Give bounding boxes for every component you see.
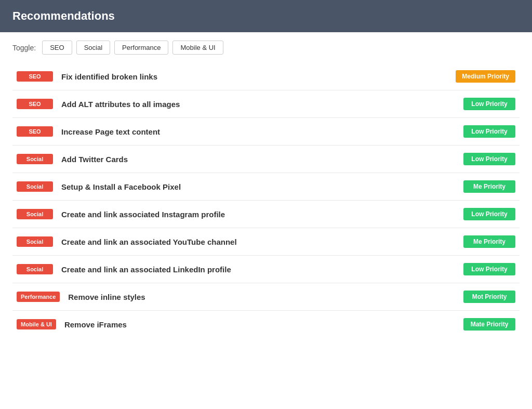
rec-row: SEOAdd ALT attributes to all imagesLow P…: [12, 90, 520, 118]
rec-title: Create and link associated Instagram pro…: [61, 210, 463, 219]
rec-title: Add ALT attributes to all images: [61, 100, 463, 109]
rec-row: SocialCreate and link associated Instagr…: [12, 201, 520, 228]
priority-badge: Me Priority: [463, 180, 515, 193]
priority-badge: Low Priority: [463, 125, 515, 138]
rec-row: SocialSetup & Install a Facebook PixelMe…: [12, 173, 520, 201]
toggle-label: Toggle:: [12, 44, 36, 52]
tag-social: Social: [17, 236, 53, 247]
rec-title: Increase Page text content: [61, 127, 463, 136]
tag-seo: SEO: [17, 126, 53, 137]
main-content: Toggle: SEOSocialPerformanceMobile & UI …: [0, 32, 532, 409]
rec-row: PerformanceRemove inline stylesMot Prior…: [12, 283, 520, 311]
tag-performance: Performance: [17, 292, 60, 302]
priority-badge: Low Priority: [463, 98, 515, 110]
priority-badge: Low Priority: [463, 208, 515, 220]
priority-badge: Mate Priority: [463, 318, 515, 331]
priority-badge: Medium Priority: [456, 70, 515, 83]
rec-title: Setup & Install a Facebook Pixel: [61, 182, 463, 191]
tag-seo: SEO: [17, 71, 53, 82]
rec-row: Mobile & UIRemove iFramesMate Priority: [12, 311, 520, 338]
rec-row: SocialAdd Twitter CardsLow Priority: [12, 146, 520, 173]
priority-badge: Mot Priority: [463, 291, 515, 303]
priority-badge: Low Priority: [463, 263, 515, 275]
rec-title: Add Twitter Cards: [61, 155, 463, 164]
tag-mobile: Mobile & UI: [17, 319, 56, 329]
rec-title: Remove iFrames: [64, 320, 463, 329]
priority-badge: Me Priority: [463, 235, 515, 248]
tag-social: Social: [17, 209, 53, 219]
rec-row: SEOIncrease Page text contentLow Priorit…: [12, 118, 520, 146]
rec-row: SocialCreate and link an associated Link…: [12, 256, 520, 283]
priority-badge: Low Priority: [463, 153, 515, 165]
rec-title: Create and link an associated LinkedIn p…: [61, 265, 463, 274]
page-title: Recommendations: [12, 9, 520, 23]
rec-row: SocialCreate and link an associated YouT…: [12, 228, 520, 256]
tag-seo: SEO: [17, 99, 53, 109]
toggle-btn-mobile[interactable]: Mobile & UI: [172, 41, 223, 55]
rec-title: Create and link an associated YouTube ch…: [61, 238, 463, 246]
toggle-bar: Toggle: SEOSocialPerformanceMobile & UI: [12, 41, 520, 55]
toggle-btn-performance[interactable]: Performance: [114, 41, 168, 55]
toggle-btn-seo[interactable]: SEO: [42, 41, 72, 55]
tag-social: Social: [17, 264, 53, 274]
tag-social: Social: [17, 154, 53, 164]
page-header: Recommendations: [0, 0, 532, 32]
rec-title: Fix identified broken links: [61, 72, 456, 81]
toggle-btn-social[interactable]: Social: [76, 41, 110, 55]
rec-title: Remove inline styles: [68, 293, 463, 301]
recommendations-list: SEOFix identified broken linksMedium Pri…: [12, 63, 520, 338]
tag-social: Social: [17, 181, 53, 192]
rec-row: SEOFix identified broken linksMedium Pri…: [12, 63, 520, 90]
